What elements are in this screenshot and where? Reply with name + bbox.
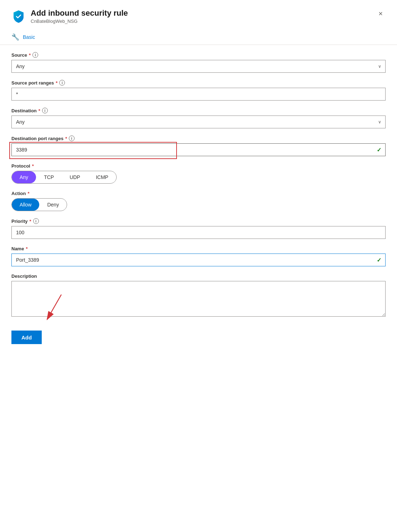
source-select[interactable]: Any IP Addresses Service Tag Application… xyxy=(11,60,386,73)
panel-subtitle: CnBateBlogWeb_NSG xyxy=(31,19,128,24)
protocol-icmp-button[interactable]: ICMP xyxy=(88,171,116,183)
action-deny-button[interactable]: Deny xyxy=(39,199,67,211)
destination-label: Destination * i xyxy=(11,108,386,113)
priority-group: Priority * i xyxy=(11,218,386,239)
action-required: * xyxy=(27,191,29,196)
action-group: Action * Allow Deny xyxy=(11,191,386,211)
name-input[interactable] xyxy=(11,254,386,266)
source-port-info-icon[interactable]: i xyxy=(59,80,65,86)
header-text: Add inbound security rule CnBateBlogWeb_… xyxy=(31,9,128,24)
source-port-input[interactable] xyxy=(11,88,386,101)
shield-icon xyxy=(11,9,26,24)
priority-input[interactable] xyxy=(11,226,386,239)
dest-port-label: Destination port ranges * i xyxy=(11,135,386,141)
name-input-wrapper: ✓ xyxy=(11,254,386,266)
close-button[interactable]: × xyxy=(376,9,386,19)
source-info-icon[interactable]: i xyxy=(32,52,38,58)
protocol-required: * xyxy=(32,163,34,169)
protocol-label: Protocol * xyxy=(11,163,386,169)
protocol-tcp-button[interactable]: TCP xyxy=(36,171,62,183)
action-options: Allow Deny xyxy=(11,198,67,211)
dest-port-checkmark-icon: ✓ xyxy=(377,147,381,153)
destination-port-group: Destination port ranges * i ✓ xyxy=(11,135,386,156)
basic-section[interactable]: 🔧 Basic xyxy=(0,30,397,45)
source-select-wrapper: Any IP Addresses Service Tag Application… xyxy=(11,60,386,73)
form-body: Source * i Any IP Addresses Service Tag … xyxy=(0,46,397,353)
panel-title: Add inbound security rule xyxy=(31,9,128,18)
source-required: * xyxy=(29,52,31,58)
priority-required: * xyxy=(30,219,31,224)
protocol-group: Protocol * Any TCP UDP ICMP xyxy=(11,163,386,184)
dest-port-input[interactable] xyxy=(11,143,386,156)
protocol-udp-button[interactable]: UDP xyxy=(62,171,88,183)
priority-label: Priority * i xyxy=(11,218,386,224)
destination-info-icon[interactable]: i xyxy=(42,108,48,113)
action-allow-button[interactable]: Allow xyxy=(12,199,39,211)
close-icon: × xyxy=(378,10,383,17)
source-label: Source * i xyxy=(11,52,386,58)
destination-group: Destination * i Any IP Addresses Service… xyxy=(11,108,386,128)
destination-required: * xyxy=(39,108,40,113)
header-left: Add inbound security rule CnBateBlogWeb_… xyxy=(11,9,128,24)
dest-port-info-icon[interactable]: i xyxy=(69,135,75,141)
destination-select-wrapper: Any IP Addresses Service Tag Application… xyxy=(11,116,386,128)
name-label: Name * xyxy=(11,246,386,251)
source-group: Source * i Any IP Addresses Service Tag … xyxy=(11,52,386,73)
name-group: Name * ✓ xyxy=(11,246,386,266)
wrench-icon: 🔧 xyxy=(11,33,19,41)
add-button-label: Add xyxy=(21,334,32,341)
description-textarea[interactable] xyxy=(11,281,386,317)
panel: Add inbound security rule CnBateBlogWeb_… xyxy=(0,0,397,532)
source-port-group: Source port ranges * i xyxy=(11,80,386,101)
destination-select[interactable]: Any IP Addresses Service Tag Application… xyxy=(11,116,386,128)
add-button[interactable]: Add xyxy=(11,331,42,344)
priority-info-icon[interactable]: i xyxy=(33,218,39,224)
source-port-label: Source port ranges * i xyxy=(11,80,386,86)
name-checkmark-icon: ✓ xyxy=(377,257,381,264)
name-required: * xyxy=(26,246,27,251)
basic-label: Basic xyxy=(23,34,35,40)
action-label: Action * xyxy=(11,191,386,196)
protocol-any-button[interactable]: Any xyxy=(12,171,36,183)
description-label: Description xyxy=(11,273,386,279)
source-port-required: * xyxy=(56,80,57,86)
dest-port-required: * xyxy=(65,136,67,141)
protocol-options: Any TCP UDP ICMP xyxy=(11,171,117,184)
header: Add inbound security rule CnBateBlogWeb_… xyxy=(0,0,397,30)
description-group: Description xyxy=(11,273,386,318)
